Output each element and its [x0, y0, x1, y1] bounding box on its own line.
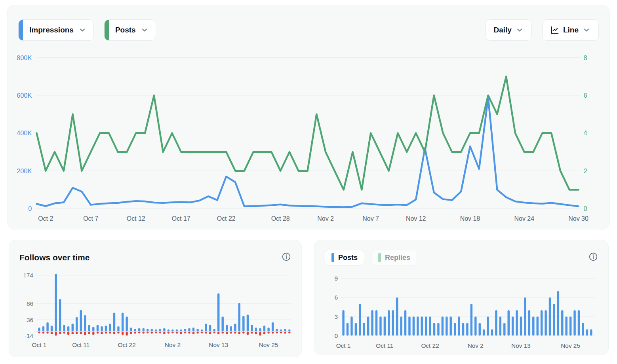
svg-text:Nov 12: Nov 12 [406, 215, 426, 222]
svg-text:0: 0 [335, 332, 338, 339]
svg-text:Oct 1: Oct 1 [336, 342, 351, 349]
info-icon [282, 252, 291, 262]
analytics-page: Impressions Posts Daily Line [0, 0, 617, 364]
svg-text:800K: 800K [17, 54, 32, 61]
line-chart-icon [550, 26, 559, 34]
svg-text:6: 6 [584, 92, 587, 99]
posts-selector-button[interactable]: Posts [104, 19, 156, 41]
engagement-chart-card: Impressions Posts Daily Line [7, 5, 610, 229]
svg-text:Nov 25: Nov 25 [561, 342, 580, 349]
svg-text:Oct 1: Oct 1 [32, 341, 47, 348]
svg-text:Oct 17: Oct 17 [172, 215, 190, 222]
svg-text:Oct 11: Oct 11 [72, 341, 90, 348]
svg-text:Oct 22: Oct 22 [421, 342, 439, 349]
svg-text:Nov 2: Nov 2 [165, 341, 181, 348]
svg-text:Oct 12: Oct 12 [127, 215, 145, 222]
svg-text:6: 6 [335, 294, 338, 301]
impressions-accent-bar [19, 20, 23, 40]
posts-legend-label: Posts [338, 254, 358, 262]
replies-legend-label: Replies [385, 254, 410, 262]
legend-replies-button[interactable]: Replies [371, 250, 417, 265]
posts-selector-label: Posts [115, 26, 136, 34]
svg-text:0: 0 [584, 205, 587, 212]
svg-text:9: 9 [335, 275, 338, 282]
chart-type-label: Line [563, 26, 579, 34]
granularity-button[interactable]: Daily [486, 19, 532, 41]
svg-text:Nov 13: Nov 13 [511, 342, 531, 349]
svg-text:Nov 13: Nov 13 [209, 341, 228, 348]
svg-text:Nov 25: Nov 25 [259, 341, 278, 348]
svg-text:200K: 200K [17, 167, 32, 174]
posts-info-button[interactable] [588, 252, 598, 262]
svg-text:2: 2 [584, 167, 587, 174]
svg-text:Nov 2: Nov 2 [317, 215, 334, 222]
impressions-selector-button[interactable]: Impressions [18, 19, 94, 41]
svg-text:Nov 30: Nov 30 [568, 215, 588, 222]
follows-card-header: Follows over time [9, 240, 301, 262]
chevron-down-icon [78, 26, 86, 34]
svg-text:0: 0 [28, 205, 32, 212]
granularity-label: Daily [494, 26, 512, 34]
posts-card-legend: Posts Replies [325, 250, 417, 265]
svg-text:Oct 11: Oct 11 [376, 342, 393, 349]
svg-text:36: 36 [27, 317, 33, 323]
svg-text:600K: 600K [17, 92, 32, 99]
legend-posts-button[interactable]: Posts [325, 250, 364, 265]
chart-controls: Daily Line [486, 19, 599, 41]
svg-text:86: 86 [27, 300, 33, 307]
chart-type-button[interactable]: Line [542, 19, 599, 41]
follows-info-button[interactable] [282, 252, 291, 262]
svg-text:Oct 7: Oct 7 [83, 215, 98, 222]
svg-text:Oct 2: Oct 2 [38, 215, 53, 222]
posts-legend-accent [331, 253, 334, 262]
chevron-down-icon [141, 26, 149, 34]
posts-accent-bar [105, 20, 109, 40]
svg-text:4: 4 [584, 129, 587, 136]
svg-text:-14: -14 [25, 332, 34, 339]
svg-text:Nov 7: Nov 7 [362, 215, 379, 222]
chevron-down-icon [516, 26, 524, 34]
svg-text:Nov 18: Nov 18 [460, 215, 480, 222]
bottom-row: Follows over time 1748636-14Oct 1Oct 11O… [7, 240, 610, 357]
follows-card-title: Follows over time [19, 250, 90, 262]
info-icon [588, 252, 598, 262]
metric-selectors: Impressions Posts [18, 19, 156, 41]
svg-text:174: 174 [23, 272, 33, 279]
svg-text:400K: 400K [17, 129, 32, 136]
replies-legend-accent [378, 253, 381, 262]
svg-text:Oct 22: Oct 22 [118, 341, 135, 348]
svg-text:Oct 28: Oct 28 [271, 215, 290, 222]
posts-replies-card: Posts Replies 9630Oct 1Oct 11Oct 22Nov 2… [314, 240, 609, 355]
impressions-selector-label: Impressions [29, 26, 74, 34]
svg-text:Nov 2: Nov 2 [468, 342, 484, 349]
chart-toolbar: Impressions Posts Daily Line [18, 19, 599, 41]
svg-text:Nov 24: Nov 24 [514, 215, 535, 222]
svg-text:3: 3 [335, 313, 338, 320]
chevron-down-icon [583, 26, 590, 34]
svg-text:Oct 22: Oct 22 [217, 215, 236, 222]
svg-text:8: 8 [584, 54, 587, 61]
posts-card-header: Posts Replies [314, 240, 608, 265]
follows-card: Follows over time 1748636-14Oct 1Oct 11O… [9, 240, 302, 357]
